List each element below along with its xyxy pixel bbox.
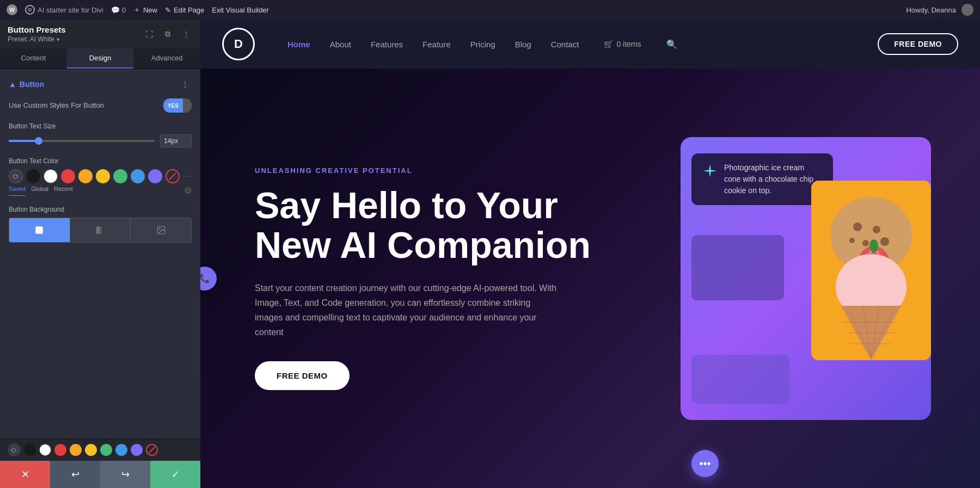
chat-text: Photographic ice cream cone with a choco… [724,162,822,196]
edit-page-button[interactable]: ✎ Edit Page [165,6,204,14]
new-button[interactable]: ＋ New [133,5,157,15]
redo-button[interactable]: ↪ [100,461,150,488]
bg-gradient-option[interactable] [70,218,131,242]
panel-title: Button Presets [8,25,66,34]
divi-icon: D [25,5,35,15]
site-name-link[interactable]: D AI starter site for Divi [25,5,103,15]
edit-icon: ✎ [165,6,171,14]
edit-page-label: Edit Page [174,6,204,14]
bottom-swatch-orange[interactable] [70,444,82,456]
nav-link-features[interactable]: Features [371,40,403,49]
site-logo[interactable]: D [222,28,255,60]
comment-icon: 💬 [111,6,120,14]
custom-styles-toggle[interactable]: YES [163,98,192,113]
bottom-swatch-blue[interactable] [115,444,127,456]
comments-link[interactable]: 💬 0 [111,6,126,14]
search-icon[interactable]: 🔍 [666,39,677,50]
hero-right: Photographic ice cream cone with a choco… [675,101,936,455]
phone-button[interactable]: 📞 [200,267,217,291]
panel-body: ▲ Button ⋮ Use Custom Styles For Button … [0,69,200,438]
color-swatch-yellow[interactable] [96,169,110,183]
wordpress-icon[interactable]: W [7,4,17,15]
svg-point-11 [880,237,889,246]
custom-styles-toggle-row: Use Custom Styles For Button YES [9,98,192,113]
global-tab[interactable]: Global [31,186,48,196]
website-area: D Home About Features Feature Pricing Bl… [200,20,980,488]
svg-rect-1 [96,226,104,234]
site-name-text: AI starter site for Divi [38,6,103,14]
user-avatar[interactable] [961,4,973,16]
svg-rect-0 [36,226,44,234]
nav-cta-button[interactable]: FREE DEMO [878,33,958,55]
nav-link-home[interactable]: Home [287,40,310,49]
comment-count: 0 [122,6,126,14]
svg-point-10 [862,240,869,246]
phone-icon: 📞 [200,273,210,283]
bottom-swatch-red[interactable] [54,444,66,456]
hero-cta-button[interactable]: FREE DEMO [255,361,350,390]
nav-link-contact[interactable]: Contact [551,40,579,49]
site-navigation: D Home About Features Feature Pricing Bl… [200,20,980,69]
tab-advanced[interactable]: Advanced [133,48,200,69]
text-size-input[interactable] [160,134,192,147]
howdy-text: Howdy, Deanna [906,6,956,14]
text-color-section: Button Text Color ⋯ [9,157,192,196]
nav-link-feature[interactable]: Feature [422,40,451,49]
color-swatch-red[interactable] [61,169,75,183]
bottom-swatch-black[interactable] [24,444,36,456]
split-view-icon[interactable]: ⧉ [161,28,174,41]
bottom-eyedropper-icon[interactable] [8,443,21,456]
bg-label: Button Background [9,206,192,213]
svg-point-8 [853,223,862,231]
new-label: New [143,6,157,14]
svg-point-4 [709,170,711,172]
tab-content[interactable]: Content [0,48,67,69]
bottom-swatch-stroke[interactable] [146,444,158,456]
bottom-swatch-green[interactable] [100,444,112,456]
hero-tagline: UNLEASHING CREATIVE POTENTIAL [255,166,642,175]
toggle-no [183,98,192,113]
nav-link-blog[interactable]: Blog [515,40,531,49]
top-bar: W D AI starter site for Divi 💬 0 ＋ New ✎… [0,0,980,20]
exit-label: Exit Visual Builder [212,6,269,14]
fullscreen-icon[interactable]: ⛶ [143,28,156,41]
section-more-icon[interactable]: ⋮ [179,78,192,91]
bg-solid-option[interactable] [9,218,70,242]
nav-link-pricing[interactable]: Pricing [470,40,495,49]
text-size-slider-row [9,134,192,147]
tab-design[interactable]: Design [67,48,134,69]
fab-button[interactable]: ••• [691,450,719,477]
text-size-track[interactable] [9,140,155,142]
color-swatch-orange[interactable] [78,169,93,183]
nav-link-about[interactable]: About [330,40,351,49]
bottom-swatch-yellow[interactable] [85,444,97,456]
confirm-button[interactable]: ✓ [150,461,200,488]
cart-link[interactable]: 🛒 0 items [604,40,641,48]
eyedropper-icon[interactable] [9,169,23,183]
logo-letter: D [234,37,243,51]
color-swatch-pink-stroke[interactable] [166,169,180,183]
saved-tab[interactable]: Saved [9,186,26,196]
bottom-swatch-white[interactable] [39,444,51,456]
undo-button[interactable]: ↩ [50,461,100,488]
panel-preset[interactable]: Preset: AI White ▾ [8,35,66,43]
cancel-button[interactable]: ✕ [0,461,50,488]
panel-tabs: Content Design Advanced [0,48,200,69]
bottom-swatch-purple[interactable] [131,444,143,456]
svg-point-14 [869,239,878,252]
color-swatch-blue[interactable] [131,169,145,183]
more-colors-icon[interactable]: ⋯ [183,172,191,181]
cart-icon: 🛒 [604,40,613,48]
toggle-yes: YES [163,98,183,113]
exit-visual-builder-button[interactable]: Exit Visual Builder [212,6,269,14]
text-color-label: Button Text Color [9,157,192,165]
bg-image-option[interactable] [131,218,191,242]
color-swatch-green[interactable] [113,169,127,183]
more-options-icon[interactable]: ⋮ [180,28,193,41]
color-swatch-white[interactable] [44,169,58,183]
color-swatch-purple[interactable] [148,169,162,183]
color-settings-icon[interactable]: ⚙ [184,186,192,196]
color-swatch-black[interactable] [26,169,40,183]
text-size-label: Button Text Size [9,122,192,130]
recent-tab[interactable]: Recent [54,186,73,196]
